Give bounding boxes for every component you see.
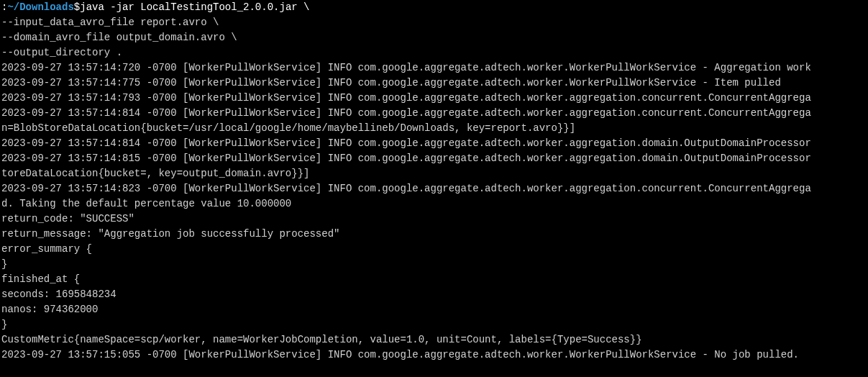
log-output-line: 2023-09-27 13:57:14:720 -0700 [WorkerPul… [1,60,867,76]
log-output-line: 2023-09-27 13:57:14:823 -0700 [WorkerPul… [1,181,867,196]
log-output-line: 2023-09-27 13:57:14:815 -0700 [WorkerPul… [1,151,867,166]
log-output-line: 2023-09-27 13:57:14:814 -0700 [WorkerPul… [1,106,867,121]
log-finished-at-close: } [1,317,867,332]
command-line-1: java -jar LocalTestingTool_2.0.0.jar \ [80,0,309,15]
log-finished-at-open: finished_at { [1,272,867,287]
log-return-message: return_message: "Aggregation job success… [1,227,867,242]
command-continuation-3: --domain_avro_file output_domain.avro \ [1,30,867,45]
command-continuation-2: --input_data_avro_file report.avro \ [1,15,867,30]
log-output-line: 2023-09-27 13:57:14:793 -0700 [WorkerPul… [1,91,867,106]
command-continuation-4: --output_directory . [1,45,867,60]
prompt-path: ~/Downloads [7,0,73,15]
log-custom-metric: CustomMetric{nameSpace=scp/worker, name=… [1,332,867,348]
log-output-line: d. Taking the default percentage value 1… [1,196,867,212]
terminal-window[interactable]: :~/Downloads$ java -jar LocalTestingTool… [0,0,868,363]
log-error-summary-open: error_summary { [1,242,867,257]
log-output-line: 2023-09-27 13:57:15:055 -0700 [WorkerPul… [1,348,867,363]
log-output-line: n=BlobStoreDataLocation{bucket=/usr/loca… [1,121,867,136]
log-error-summary-close: } [1,257,867,272]
log-output-line: 2023-09-27 13:57:14:814 -0700 [WorkerPul… [1,136,867,151]
prompt-symbol: $ [74,0,80,15]
prompt-separator: : [1,0,7,15]
log-output-line: toreDataLocation{bucket=, key=output_dom… [1,166,867,181]
log-last-line-text: 2023-09-27 13:57:15:055 -0700 [WorkerPul… [1,349,799,360]
log-finished-nanos: nanos: 974362000 [1,302,867,317]
log-output-line: 2023-09-27 13:57:14:775 -0700 [WorkerPul… [1,76,867,91]
log-return-code: return_code: "SUCCESS" [1,212,867,227]
prompt-command-line: :~/Downloads$ java -jar LocalTestingTool… [1,0,867,15]
log-finished-seconds: seconds: 1695848234 [1,287,867,302]
